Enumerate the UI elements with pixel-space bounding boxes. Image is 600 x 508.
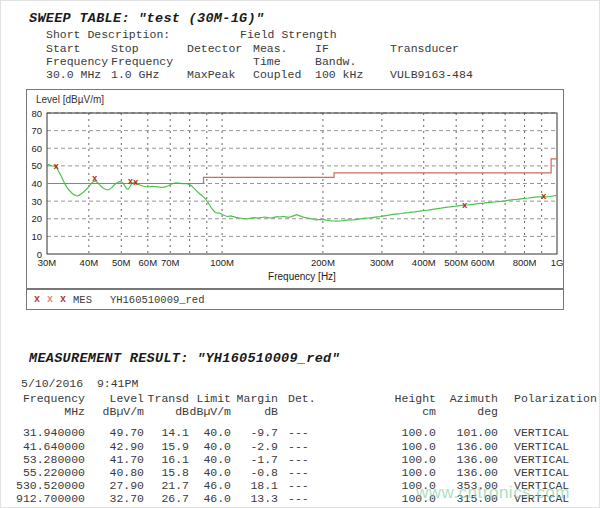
column-header: LeveldBµV/m <box>85 392 144 418</box>
svg-text:70: 70 <box>31 125 42 136</box>
table-row: 31.94000049.7014.140.0-9.7---100.0101.00… <box>15 418 597 439</box>
sweep-header: Bandw. <box>315 55 356 68</box>
table-cell: 21.7 <box>144 479 189 492</box>
svg-text:300M: 300M <box>370 257 394 268</box>
table-cell: 14.1 <box>144 418 189 439</box>
table-row: 41.64000042.9015.940.0-2.9---100.0136.00… <box>15 440 597 453</box>
svg-text:60M: 60M <box>139 257 158 268</box>
table-cell: 32.70 <box>85 492 144 505</box>
table-cell: --- <box>278 440 330 453</box>
table-cell: 42.90 <box>85 440 144 453</box>
svg-text:1G: 1G <box>551 257 563 268</box>
table-cell: 100.0 <box>330 453 436 466</box>
column-header: Heightcm <box>330 392 436 418</box>
table-cell: 15.9 <box>144 440 189 453</box>
column-header: Det. <box>278 392 330 418</box>
table-cell: 13.3 <box>231 492 278 505</box>
level-chart-svg: Level [dBµV/m]0102030405060708030M40M50M… <box>27 90 563 288</box>
table-cell: 40.0 <box>189 440 231 453</box>
sweep-header: Time <box>253 55 281 68</box>
table-row: 53.28000041.7016.140.0-1.7---100.0136.00… <box>15 453 597 466</box>
table-cell: --- <box>278 492 330 505</box>
svg-text:60: 60 <box>31 143 42 154</box>
svg-text:40M: 40M <box>80 257 99 268</box>
svg-text:x: x <box>541 192 547 202</box>
sweep-header: IF <box>315 42 329 55</box>
sweep-table-title: SWEEP TABLE: "test (30M-1G)" <box>29 11 264 26</box>
svg-text:500M: 500M <box>444 257 468 268</box>
column-header: Polarization <box>498 392 597 418</box>
measurement-table-header: FrequencyMHzLeveldBµV/mTransddBLimitdBµV… <box>15 392 597 418</box>
table-cell: --- <box>278 418 330 439</box>
legend-trace-name: YH160510009_red <box>110 294 205 306</box>
svg-text:800M: 800M <box>513 257 537 268</box>
table-cell: VERTICAL <box>498 466 597 479</box>
table-cell: VERTICAL <box>498 453 597 466</box>
sweep-value: 30.0 MHz <box>46 68 101 81</box>
chart-legend: x x x MES YH160510009_red <box>26 289 564 310</box>
table-cell: 40.80 <box>85 466 144 479</box>
table-cell: 16.1 <box>144 453 189 466</box>
emc-test-report-page: SWEEP TABLE: "test (30M-1G)" Short Descr… <box>0 0 600 508</box>
short-description-label: Short Description: <box>46 28 170 41</box>
column-header: MargindB <box>231 392 278 418</box>
svg-text:50M: 50M <box>112 257 131 268</box>
column-header: Azimuthdeg <box>436 392 498 418</box>
sweep-header: Meas. <box>253 42 288 55</box>
table-cell: 55.220000 <box>15 466 85 479</box>
svg-text:x: x <box>92 174 98 184</box>
table-cell: VERTICAL <box>498 440 597 453</box>
table-cell: -0.8 <box>231 466 278 479</box>
table-cell: 41.640000 <box>15 440 85 453</box>
sweep-value: 1.0 GHz <box>111 68 159 81</box>
svg-text:600M: 600M <box>471 257 495 268</box>
table-cell: 40.0 <box>189 418 231 439</box>
svg-text:x: x <box>462 201 468 211</box>
table-cell: 100.0 <box>330 440 436 453</box>
svg-text:70M: 70M <box>161 257 180 268</box>
svg-text:40: 40 <box>31 178 42 189</box>
table-cell: 31.940000 <box>15 418 85 439</box>
table-cell: 46.0 <box>189 492 231 505</box>
table-cell: --- <box>278 453 330 466</box>
svg-text:400M: 400M <box>412 257 436 268</box>
svg-text:x: x <box>53 162 59 172</box>
column-header: TransddB <box>144 392 189 418</box>
table-cell: --- <box>278 479 330 492</box>
svg-text:10: 10 <box>31 231 42 242</box>
table-row: 55.22000040.8015.840.0-0.8---100.0136.00… <box>15 466 597 479</box>
svg-text:200M: 200M <box>311 257 335 268</box>
svg-text:100M: 100M <box>210 257 234 268</box>
table-cell: 100.0 <box>330 466 436 479</box>
table-cell: 136.00 <box>436 440 498 453</box>
column-header: LimitdBµV/m <box>189 392 231 418</box>
measurement-result-title: MEASUREMENT RESULT: "YH160510009_red" <box>29 351 340 366</box>
table-cell: 912.700000 <box>15 492 85 505</box>
table-cell: 40.0 <box>189 466 231 479</box>
marker-x-icon: x <box>60 294 66 305</box>
watermark: www.cntronics.com <box>416 483 570 503</box>
sweep-header: Detector <box>187 42 242 55</box>
sweep-value: MaxPeak <box>187 68 235 81</box>
table-cell: VERTICAL <box>498 418 597 439</box>
table-cell: 41.70 <box>85 453 144 466</box>
svg-text:30M: 30M <box>38 257 57 268</box>
table-cell: 101.00 <box>436 418 498 439</box>
table-cell: -9.7 <box>231 418 278 439</box>
svg-text:x: x <box>133 178 139 188</box>
level-chart-frame: Level [dBµV/m]0102030405060708030M40M50M… <box>26 89 564 289</box>
svg-text:Level [dBµV/m]: Level [dBµV/m] <box>36 94 104 105</box>
table-cell: 46.0 <box>189 479 231 492</box>
table-cell: --- <box>278 466 330 479</box>
sweep-table-columns: StartFrequency30.0 MHzStopFrequency1.0 G… <box>1 42 600 84</box>
svg-text:50: 50 <box>31 160 42 171</box>
table-cell: 136.00 <box>436 466 498 479</box>
column-header: FrequencyMHz <box>15 392 85 418</box>
short-description-value: Field Strength <box>240 28 337 41</box>
sweep-header: Transducer <box>390 42 459 55</box>
table-cell: 136.00 <box>436 453 498 466</box>
svg-text:80: 80 <box>31 108 42 119</box>
legend-mes-label: MES <box>73 294 92 306</box>
sweep-value: VULB9163-484 <box>390 68 473 81</box>
svg-text:20: 20 <box>31 213 42 224</box>
